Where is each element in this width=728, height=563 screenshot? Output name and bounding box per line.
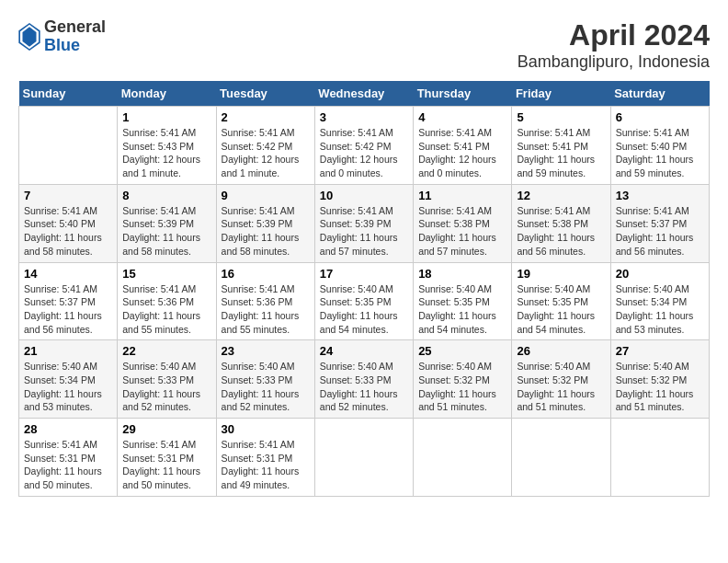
day-number: 30 [222,422,310,436]
logo-blue: Blue [44,37,106,55]
day-info: Sunrise: 5:41 AM Sunset: 5:39 PM Dayligh… [222,204,310,259]
day-number: 8 [122,189,210,202]
day-info: Sunrise: 5:41 AM Sunset: 5:31 PM Dayligh… [122,438,210,492]
day-info: Sunrise: 5:41 AM Sunset: 5:42 PM Dayligh… [320,126,408,180]
day-cell: 18Sunrise: 5:40 AM Sunset: 5:35 PM Dayli… [414,262,512,340]
day-info: Sunrise: 5:41 AM Sunset: 5:37 PM Dayligh… [24,282,112,337]
header-cell-wednesday: Wednesday [314,81,413,107]
day-cell: 12Sunrise: 5:41 AM Sunset: 5:38 PM Dayli… [512,184,610,262]
day-cell: 27Sunrise: 5:40 AM Sunset: 5:32 PM Dayli… [610,340,709,419]
day-cell: 26Sunrise: 5:40 AM Sunset: 5:32 PM Dayli… [512,340,610,419]
logo-icon [18,23,40,51]
page-header: General Blue April 2024 Bambanglipuro, I… [18,18,710,72]
day-info: Sunrise: 5:40 AM Sunset: 5:33 PM Dayligh… [222,360,310,414]
day-number: 5 [517,110,605,124]
day-number: 19 [517,267,605,281]
day-number: 18 [418,267,506,281]
header-cell-friday: Friday [512,81,610,107]
day-info: Sunrise: 5:41 AM Sunset: 5:41 PM Dayligh… [517,126,605,180]
day-number: 1 [122,110,210,124]
day-cell: 15Sunrise: 5:41 AM Sunset: 5:36 PM Dayli… [118,262,216,340]
day-number: 4 [418,110,506,124]
day-number: 16 [222,267,310,281]
day-cell: 13Sunrise: 5:41 AM Sunset: 5:37 PM Dayli… [610,184,709,262]
header-cell-sunday: Sunday [19,81,118,107]
day-number: 7 [24,189,112,202]
day-info: Sunrise: 5:41 AM Sunset: 5:39 PM Dayligh… [320,204,408,259]
day-number: 6 [616,110,704,124]
day-number: 2 [222,110,310,124]
day-cell [314,419,413,497]
day-number: 9 [222,189,310,202]
day-info: Sunrise: 5:40 AM Sunset: 5:33 PM Dayligh… [320,360,408,414]
day-info: Sunrise: 5:41 AM Sunset: 5:40 PM Dayligh… [616,126,704,180]
header-cell-thursday: Thursday [414,81,512,107]
day-number: 23 [222,344,310,358]
day-number: 20 [616,267,704,281]
day-info: Sunrise: 5:40 AM Sunset: 5:35 PM Dayligh… [320,282,408,337]
day-info: Sunrise: 5:41 AM Sunset: 5:42 PM Dayligh… [222,126,310,180]
week-row-1: 1Sunrise: 5:41 AM Sunset: 5:43 PM Daylig… [19,107,710,185]
day-cell: 19Sunrise: 5:40 AM Sunset: 5:35 PM Dayli… [512,262,610,340]
day-cell: 21Sunrise: 5:40 AM Sunset: 5:34 PM Dayli… [19,340,118,419]
day-info: Sunrise: 5:41 AM Sunset: 5:38 PM Dayligh… [418,204,506,259]
day-number: 28 [24,422,112,436]
day-cell: 5Sunrise: 5:41 AM Sunset: 5:41 PM Daylig… [512,107,610,185]
day-info: Sunrise: 5:40 AM Sunset: 5:32 PM Dayligh… [418,360,506,414]
day-info: Sunrise: 5:41 AM Sunset: 5:37 PM Dayligh… [616,204,704,259]
day-cell: 17Sunrise: 5:40 AM Sunset: 5:35 PM Dayli… [314,262,413,340]
day-info: Sunrise: 5:41 AM Sunset: 5:38 PM Dayligh… [517,204,605,259]
day-cell: 10Sunrise: 5:41 AM Sunset: 5:39 PM Dayli… [314,184,413,262]
calendar-header: SundayMondayTuesdayWednesdayThursdayFrid… [19,81,710,107]
week-row-5: 28Sunrise: 5:41 AM Sunset: 5:31 PM Dayli… [19,419,710,497]
day-number: 17 [320,267,408,281]
day-cell: 20Sunrise: 5:40 AM Sunset: 5:34 PM Dayli… [610,262,709,340]
day-number: 11 [418,189,506,202]
day-info: Sunrise: 5:40 AM Sunset: 5:32 PM Dayligh… [517,360,605,414]
day-number: 21 [24,344,112,358]
header-cell-monday: Monday [118,81,216,107]
day-number: 24 [320,344,408,358]
day-info: Sunrise: 5:41 AM Sunset: 5:36 PM Dayligh… [122,282,210,337]
day-info: Sunrise: 5:40 AM Sunset: 5:32 PM Dayligh… [616,360,704,414]
day-number: 3 [320,110,408,124]
day-info: Sunrise: 5:41 AM Sunset: 5:40 PM Dayligh… [24,204,112,259]
calendar-table: SundayMondayTuesdayWednesdayThursdayFrid… [18,81,710,497]
day-info: Sunrise: 5:41 AM Sunset: 5:36 PM Dayligh… [222,282,310,337]
header-cell-saturday: Saturday [610,81,709,107]
day-info: Sunrise: 5:40 AM Sunset: 5:34 PM Dayligh… [616,282,704,337]
day-number: 15 [122,267,210,281]
day-cell [19,107,118,185]
day-cell: 7Sunrise: 5:41 AM Sunset: 5:40 PM Daylig… [19,184,118,262]
day-info: Sunrise: 5:41 AM Sunset: 5:31 PM Dayligh… [222,438,310,492]
title-block: April 2024 Bambanglipuro, Indonesia [518,18,710,72]
day-number: 10 [320,189,408,202]
day-cell: 8Sunrise: 5:41 AM Sunset: 5:39 PM Daylig… [118,184,216,262]
day-cell [512,419,610,497]
day-info: Sunrise: 5:41 AM Sunset: 5:31 PM Dayligh… [24,438,112,492]
day-number: 29 [122,422,210,436]
day-number: 26 [517,344,605,358]
day-cell [610,419,709,497]
day-number: 22 [122,344,210,358]
day-cell: 14Sunrise: 5:41 AM Sunset: 5:37 PM Dayli… [19,262,118,340]
day-info: Sunrise: 5:40 AM Sunset: 5:34 PM Dayligh… [24,360,112,414]
calendar-body: 1Sunrise: 5:41 AM Sunset: 5:43 PM Daylig… [19,107,710,497]
day-info: Sunrise: 5:40 AM Sunset: 5:33 PM Dayligh… [122,360,210,414]
day-cell: 4Sunrise: 5:41 AM Sunset: 5:41 PM Daylig… [414,107,512,185]
day-info: Sunrise: 5:40 AM Sunset: 5:35 PM Dayligh… [418,282,506,337]
day-cell: 11Sunrise: 5:41 AM Sunset: 5:38 PM Dayli… [414,184,512,262]
day-info: Sunrise: 5:41 AM Sunset: 5:41 PM Dayligh… [418,126,506,180]
day-number: 14 [24,267,112,281]
calendar-subtitle: Bambanglipuro, Indonesia [518,52,710,72]
day-cell: 16Sunrise: 5:41 AM Sunset: 5:36 PM Dayli… [216,262,314,340]
logo-general: General [44,18,106,37]
week-row-2: 7Sunrise: 5:41 AM Sunset: 5:40 PM Daylig… [19,184,710,262]
day-cell: 23Sunrise: 5:40 AM Sunset: 5:33 PM Dayli… [216,340,314,419]
header-row: SundayMondayTuesdayWednesdayThursdayFrid… [19,81,710,107]
day-cell: 29Sunrise: 5:41 AM Sunset: 5:31 PM Dayli… [118,419,216,497]
day-info: Sunrise: 5:41 AM Sunset: 5:43 PM Dayligh… [122,126,210,180]
day-number: 13 [616,189,704,202]
day-cell: 3Sunrise: 5:41 AM Sunset: 5:42 PM Daylig… [314,107,413,185]
day-cell: 9Sunrise: 5:41 AM Sunset: 5:39 PM Daylig… [216,184,314,262]
